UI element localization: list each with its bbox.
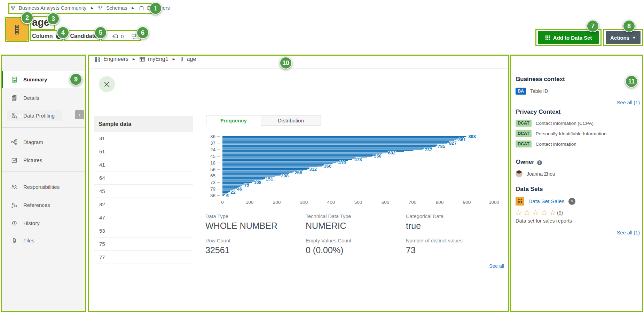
svg-text:151: 151 [266, 176, 273, 182]
sidebar-item-label: Diagram [23, 139, 43, 145]
sample-data-card: Sample data 31514164453247537577 [94, 117, 193, 264]
rating-stars[interactable]: ☆☆☆☆☆ [515, 208, 558, 217]
svg-text:602: 602 [388, 150, 396, 155]
privacy-context-item[interactable]: DCATContact information [516, 141, 576, 147]
status-badge[interactable]: Candidate [70, 33, 97, 39]
actions-label: Actions [610, 35, 629, 41]
data-set-description: Data set for sales reports [516, 218, 572, 224]
divider [1, 127, 86, 128]
svg-text:737: 737 [425, 147, 432, 152]
divider [198, 261, 504, 261]
breadcrumb-item-engineers[interactable]: Engineers [103, 56, 128, 62]
svg-text:37: 37 [210, 141, 215, 146]
column-asset-icon [6, 18, 28, 41]
info-icon[interactable]: i [537, 160, 542, 165]
callout-badge-7: 7 [587, 20, 599, 32]
sidebar-item-pictures[interactable]: Pictures [1, 152, 86, 168]
sidebar-item-data-profiling[interactable]: Data Profiling [1, 107, 86, 124]
privacy-context-item[interactable]: DCATContact information (CCPA) [516, 120, 594, 127]
sidebar-item-diagram[interactable]: Diagram [1, 134, 86, 150]
sample-data-row: 47 [94, 211, 193, 224]
pictures-icon [11, 157, 17, 163]
sidebar-item-references[interactable]: References [1, 197, 86, 213]
files-icon [11, 238, 17, 244]
stat-label: Number of distinct values [406, 238, 503, 243]
sidebar-item-history[interactable]: History [1, 215, 86, 231]
svg-text:600: 600 [382, 200, 390, 205]
svg-text:550: 550 [374, 153, 382, 159]
sidebar-item-label: Summary [23, 77, 47, 82]
privacy-item-label[interactable]: Contact information (CCPA) [536, 121, 594, 126]
svg-text:478: 478 [354, 157, 362, 162]
see-all-data-sets-link[interactable]: See all (1) [570, 230, 640, 235]
svg-text:65: 65 [210, 173, 215, 178]
tab-distribution[interactable]: Distribution [261, 115, 321, 126]
breadcrumb-item-myeng1[interactable]: myEng1 [148, 56, 168, 62]
wand-disabled-icon[interactable] [99, 76, 115, 92]
business-context-item-label[interactable]: Table ID [530, 88, 548, 94]
svg-text:1000: 1000 [489, 200, 499, 205]
sidebar-item-responsibilities[interactable]: Responsibilities [1, 179, 86, 195]
breadcrumb-item-engineers[interactable]: Engineers [147, 5, 170, 11]
sample-data-row: 51 [94, 145, 193, 158]
sidebar-item-details[interactable]: Details [1, 90, 86, 106]
actions-button[interactable]: Actions ▼ [606, 31, 641, 44]
stat-label: Categorical Data [406, 214, 503, 219]
certified-pencil-badge-icon: ✎ [568, 198, 575, 205]
svg-text:24: 24 [210, 147, 216, 152]
summary-icon [11, 77, 17, 83]
owner-row[interactable]: Joanna Zhou [516, 170, 555, 177]
privacy-item-label[interactable]: Contact information [536, 142, 576, 147]
dcat-badge: DCAT [516, 130, 532, 137]
comments-icon[interactable] [131, 33, 138, 40]
sidebar-item-summary[interactable]: Summary [1, 71, 86, 88]
privacy-context-item[interactable]: DCATPersonally Identifiable Information [516, 130, 606, 137]
add-to-dataset-button[interactable]: Add to Data Set [538, 31, 599, 44]
stat-data-type: Data TypeWHOLE NUMBER [205, 214, 303, 231]
svg-text:46: 46 [237, 186, 242, 192]
owner-heading-label: Owner [516, 159, 534, 165]
ba-badge: BA [516, 88, 526, 95]
svg-text:419: 419 [338, 160, 346, 165]
sample-data-row: 75 [94, 237, 193, 250]
svg-text:800: 800 [436, 200, 444, 205]
svg-text:18: 18 [210, 160, 215, 166]
business-context-item[interactable]: BA Table ID [516, 88, 548, 95]
svg-text:36: 36 [210, 134, 215, 139]
tab-frequency[interactable]: Frequency [206, 115, 261, 126]
breadcrumb-item-schemas[interactable]: Schemas [106, 5, 127, 11]
info-icon[interactable]: i [56, 34, 61, 39]
svg-text:312: 312 [309, 167, 317, 172]
callout-badge-8: 8 [623, 20, 635, 32]
tags-icon[interactable] [112, 33, 118, 40]
stat-value: 32561 [205, 245, 303, 255]
see-all-business-context-link[interactable]: See all (1) [570, 100, 640, 105]
breadcrumb-item-age[interactable]: age [187, 56, 196, 62]
breadcrumb-separator-icon: ▶ [173, 57, 175, 61]
data-set-row[interactable]: Data Set Sales ✎ [516, 197, 575, 206]
sidebar-item-files[interactable]: Files [1, 232, 86, 249]
stat-categorical-data: Categorical Datatrue [406, 214, 503, 231]
data-set-icon [516, 197, 524, 206]
privacy-item-label[interactable]: Personally Identifiable Information [536, 131, 606, 136]
data-set-link[interactable]: Data Set Sales [528, 198, 564, 204]
svg-text:22: 22 [230, 190, 235, 195]
diagram-icon [11, 139, 17, 145]
owner-heading: Owneri [516, 159, 542, 166]
sample-data-row: 32 [94, 198, 193, 211]
references-icon [11, 202, 17, 208]
breadcrumb-separator-icon: ▶ [133, 57, 135, 61]
asset-type-label: Column [32, 33, 53, 39]
see-all-link[interactable]: See all [469, 263, 504, 269]
breadcrumb-item-business-analysts-community[interactable]: Business Analysts Community [19, 5, 86, 11]
rating-count: (0) [557, 210, 563, 216]
svg-text:45: 45 [210, 154, 215, 159]
owner-name[interactable]: Joanna Zhou [527, 171, 555, 177]
svg-text:6: 6 [226, 193, 229, 198]
tag-count: 0 [121, 33, 124, 39]
schemas-icon [98, 6, 103, 11]
page-title: age [32, 17, 49, 28]
svg-text:0: 0 [221, 200, 224, 205]
responsibilities-icon [11, 184, 17, 190]
svg-text:861: 861 [458, 137, 466, 142]
